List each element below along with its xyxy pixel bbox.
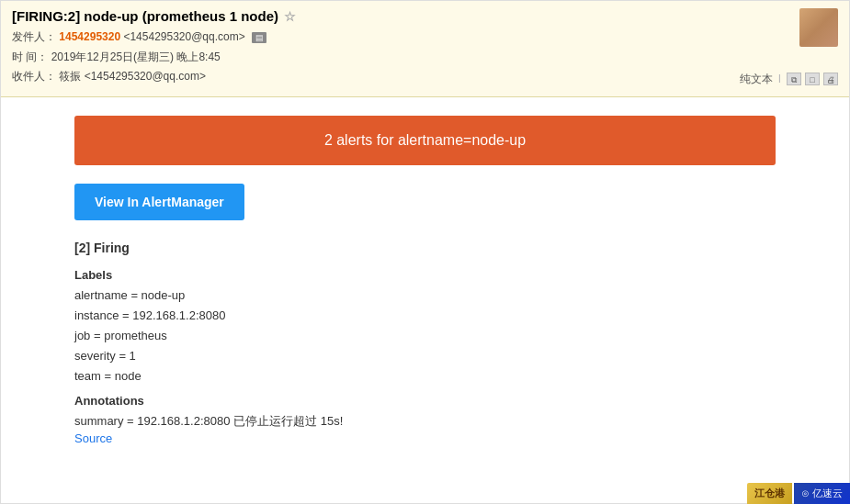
recipient-row: 收件人： 筱振 <1454295320@qq.com>: [12, 67, 838, 87]
subject-text: [FIRING:2] node-up (prometheus 1 node): [12, 8, 278, 24]
time-row: 时 间： 2019年12月25日(星期三) 晚上8:45: [12, 48, 838, 68]
watermark-badge1: 江仓港: [747, 483, 792, 504]
labels-heading: Labels: [74, 268, 776, 282]
label-alertname: alertname = node-up: [74, 286, 776, 306]
alert-banner: 2 alerts for alertname=node-up: [74, 116, 776, 165]
sender-label: 发件人：: [12, 30, 56, 43]
label-instance: instance = 192.168.1.2:8080: [74, 306, 776, 326]
source-row: Source: [74, 431, 776, 445]
sender-card-icon[interactable]: ▤: [252, 32, 266, 43]
sender-link[interactable]: 1454295320: [59, 30, 123, 43]
time-value: 2019年12月25日(星期三) 晚上8:45: [51, 50, 221, 63]
firing-section: [2] Firing Labels alertname = node-up in…: [74, 241, 776, 446]
email-subject: [FIRING:2] node-up (prometheus 1 node) ☆: [12, 8, 296, 24]
star-icon[interactable]: ☆: [284, 9, 296, 24]
label-team: team = node: [74, 366, 776, 386]
annotations-heading: Annotations: [74, 394, 776, 408]
watermark-logo: ⊙: [801, 487, 812, 498]
label-severity: severity = 1: [74, 346, 776, 366]
watermark-text: 亿速云: [812, 487, 843, 498]
button-container: View In AlertManager: [74, 184, 776, 241]
email-title-row: [FIRING:2] node-up (prometheus 1 node) ☆: [12, 8, 838, 24]
avatar: [799, 8, 838, 47]
print-icon[interactable]: 🖨: [823, 73, 838, 85]
label-job: job = prometheus: [74, 326, 776, 346]
avatar-image: [799, 8, 838, 47]
firing-title: [2] Firing: [74, 241, 776, 255]
email-header: [FIRING:2] node-up (prometheus 1 node) ☆…: [1, 1, 849, 97]
window-icon[interactable]: □: [805, 73, 820, 85]
email-toolbar: 纯文本 I ⧉ □ 🖨: [740, 72, 838, 87]
watermark-area: 江仓港 ⊙ 亿速云: [747, 483, 850, 504]
recipient-label: 收件人：: [12, 70, 56, 83]
sender-row: 发件人： 1454295320 <1454295320@qq.com> ▤: [12, 28, 838, 48]
summary-row: summary = 192.168.1.2:8080 已停止运行超过 15s!: [74, 411, 776, 431]
email-meta: 发件人： 1454295320 <1454295320@qq.com> ▤ 时 …: [12, 28, 838, 87]
email-body: 2 alerts for alertname=node-up View In A…: [1, 97, 849, 483]
time-label: 时 间：: [12, 50, 48, 63]
email-container: [FIRING:2] node-up (prometheus 1 node) ☆…: [0, 0, 850, 504]
watermark-badge2: ⊙ 亿速云: [794, 483, 850, 504]
plaintext-link[interactable]: 纯文本: [740, 72, 773, 87]
source-link[interactable]: Source: [74, 431, 112, 445]
copy-icon[interactable]: ⧉: [787, 73, 801, 85]
view-alertmanager-button[interactable]: View In AlertManager: [74, 184, 244, 220]
labels-section: Labels alertname = node-up instance = 19…: [74, 268, 776, 386]
annotations-section: Annotations summary = 192.168.1.2:8080 已…: [74, 394, 776, 445]
toolbar-divider: I: [778, 73, 781, 85]
recipient-value: 筱振 <1454295320@qq.com>: [59, 70, 206, 83]
sender-email: <1454295320@qq.com>: [123, 30, 244, 43]
